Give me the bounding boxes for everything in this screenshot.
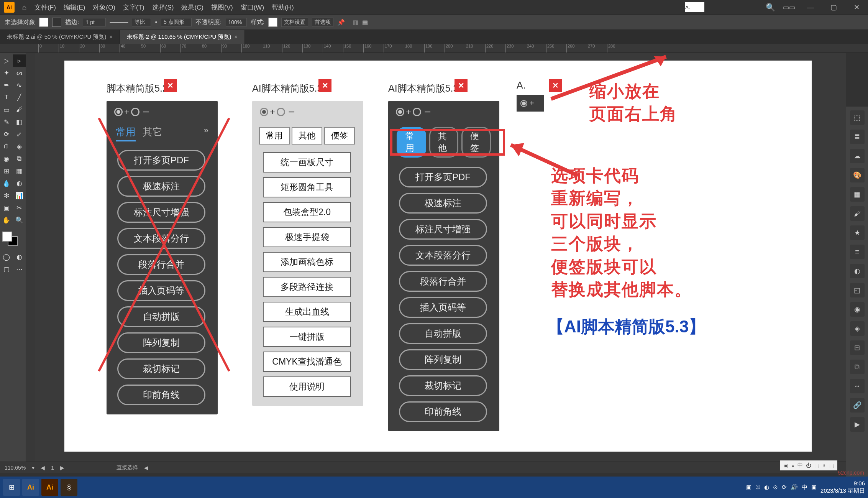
script-button[interactable]: 统一画板尺寸 [263, 152, 351, 173]
close-icon[interactable]: × [109, 34, 112, 40]
radio-icon[interactable] [520, 100, 527, 107]
ime-item[interactable]: ▣ [783, 462, 788, 468]
script-button[interactable]: 裁切标记 [399, 375, 487, 396]
minimize-icon[interactable]: — [803, 3, 818, 12]
script-button[interactable]: 文本段落分行 [117, 228, 205, 249]
shape-builder-icon[interactable]: ◉ [0, 153, 13, 165]
maximize-icon[interactable]: ▢ [826, 3, 841, 12]
script-button[interactable]: 使用说明 [263, 376, 351, 397]
radio-icon[interactable] [114, 108, 123, 116]
script-button[interactable]: 插入页码等 [117, 280, 205, 301]
script-button[interactable]: 多段路径连接 [263, 277, 351, 297]
tab-common[interactable]: 常用 [116, 125, 136, 141]
blend-tool-icon[interactable]: ◐ [13, 177, 26, 189]
tray-icon[interactable]: ⟳ [782, 484, 787, 491]
script-button[interactable]: 自动拼版 [117, 306, 205, 327]
tray-icon[interactable]: ① [755, 484, 760, 491]
doc-settings-button[interactable]: 文档设置 [281, 18, 308, 27]
script-button[interactable]: 段落行合并 [399, 271, 487, 292]
start-button-icon[interactable]: ⊞ [3, 479, 20, 496]
stroke-panel-icon[interactable]: ≡ [850, 245, 865, 259]
ime-item[interactable]: ⏻ [806, 462, 811, 468]
hand-tool-icon[interactable]: ✋ [0, 214, 13, 226]
zoom-dropdown-icon[interactable]: ▾ [32, 465, 34, 471]
color-swatches[interactable] [0, 229, 26, 248]
rectangle-tool-icon[interactable]: ▭ [0, 104, 13, 116]
menu-window[interactable]: 窗口(W) [241, 3, 264, 12]
draw-normal-icon[interactable]: ◯ [0, 251, 13, 263]
graph-tool-icon[interactable]: 📊 [13, 189, 26, 202]
tab-common[interactable]: 常用 [259, 127, 290, 145]
menu-file[interactable]: 文件(F) [34, 3, 56, 12]
artboard-nav-prev-icon[interactable]: ◀ [41, 465, 45, 471]
properties-panel-icon[interactable]: ⬚ [850, 110, 865, 125]
home-icon[interactable]: ⌂ [22, 3, 27, 12]
close-button[interactable]: ✕ [318, 79, 331, 92]
artboard-tool-icon[interactable]: ▣ [0, 202, 13, 214]
doc-tab-2[interactable]: 未标题-2 @ 110.65 % (CMYK/CPU 预览) × [120, 30, 245, 44]
script-button[interactable]: 标注尺寸增强 [117, 202, 205, 223]
script-button[interactable]: 自动拼版 [399, 323, 487, 344]
uniform-input[interactable] [132, 18, 151, 26]
radio-icon[interactable] [396, 108, 404, 116]
perspective-tool-icon[interactable]: ⧉ [13, 153, 26, 165]
script-button[interactable]: 极速标注 [399, 193, 487, 214]
eraser-tool-icon[interactable]: ◧ [13, 116, 26, 128]
actions-panel-icon[interactable]: ▶ [850, 417, 865, 432]
taskbar-app-icon[interactable]: § [61, 479, 77, 496]
ime-item[interactable]: 中 [797, 462, 803, 469]
tray-icon[interactable]: ▣ [746, 484, 752, 491]
script-button[interactable]: 极速手提袋 [263, 227, 351, 247]
tray-icon[interactable]: ◐ [764, 484, 769, 491]
script-button[interactable]: 标注尺寸增强 [399, 219, 487, 240]
script-button[interactable]: 插入页码等 [399, 297, 487, 318]
tab-notes[interactable]: 便签 [324, 127, 355, 145]
zoom-tool-icon[interactable]: 🔍 [13, 214, 26, 226]
scale-tool-icon[interactable]: ⤢ [13, 128, 26, 140]
draw-behind-icon[interactable]: ◐ [13, 251, 26, 263]
menu-edit[interactable]: 编辑(E) [64, 3, 85, 12]
script-button[interactable]: 极速标注 [117, 176, 205, 197]
script-button[interactable]: 文本段落分行 [399, 245, 487, 266]
radio-icon[interactable] [131, 108, 139, 116]
style-swatch[interactable] [268, 18, 277, 27]
scroll-left-icon[interactable]: ◀ [144, 465, 148, 471]
menu-select[interactable]: 选择(S) [152, 3, 174, 12]
screen-mode-icon[interactable]: ▢ [0, 263, 13, 275]
libraries-panel-icon[interactable]: ☁ [850, 149, 865, 163]
stroke-weight-input[interactable] [83, 18, 106, 26]
script-button[interactable]: 印前角线 [399, 401, 487, 422]
taskbar-clock[interactable]: 9:06 2023/8/13 星期日 [820, 480, 865, 495]
script-button[interactable]: 阵列复制 [117, 332, 205, 353]
close-button[interactable]: ✕ [164, 79, 177, 92]
mesh-tool-icon[interactable]: ⊞ [0, 165, 13, 177]
rotate-tool-icon[interactable]: ⟳ [0, 128, 13, 140]
menu-view[interactable]: 视图(V) [211, 3, 233, 12]
shaper-tool-icon[interactable]: ✎ [0, 116, 13, 128]
opacity-input[interactable] [226, 18, 247, 26]
selection-tool-icon[interactable]: ▷ [0, 54, 13, 67]
slice-tool-icon[interactable]: ✂ [13, 202, 26, 214]
brush-input[interactable] [161, 18, 192, 26]
taskbar-ai-icon[interactable]: Ai [22, 479, 39, 496]
close-button[interactable]: ✕ [549, 79, 562, 92]
direct-selection-tool-icon[interactable]: ▹ [13, 54, 26, 67]
script-button[interactable]: 段落行合并 [117, 254, 205, 275]
close-icon[interactable]: × [234, 34, 237, 40]
ime-item[interactable]: ♀ [822, 462, 827, 468]
search-icon[interactable]: 🔍 [766, 3, 775, 12]
tray-volume-icon[interactable]: 🔊 [791, 484, 798, 491]
layers-panel-icon[interactable]: ≣ [850, 130, 865, 144]
script-button[interactable]: 一键拼版 [263, 327, 351, 347]
eyedropper-tool-icon[interactable]: 💧 [0, 177, 13, 189]
arrange-icon[interactable]: ▥ [353, 19, 358, 26]
script-button[interactable]: 阵列复制 [399, 349, 487, 370]
menu-help[interactable]: 帮助(H) [272, 3, 294, 12]
pen-tool-icon[interactable]: ✒ [0, 79, 13, 91]
type-tool-icon[interactable]: T [0, 91, 13, 104]
swatches-panel-icon[interactable]: ▦ [850, 187, 865, 202]
tab-other[interactable]: 其他 [292, 127, 322, 145]
menu-effect[interactable]: 效果(C) [181, 3, 203, 12]
close-icon[interactable]: ✕ [849, 3, 864, 12]
gradient-tool-icon[interactable]: ▦ [13, 165, 26, 177]
